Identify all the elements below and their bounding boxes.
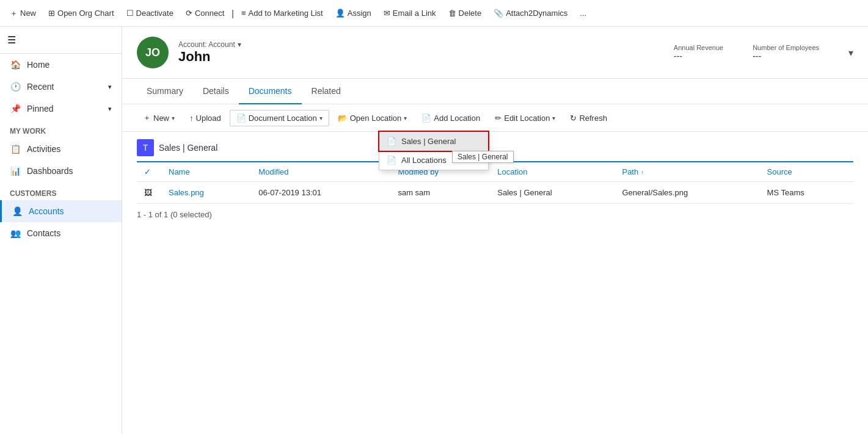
modified-column-header[interactable]: Modified [251,162,390,182]
doc-new-button[interactable]: ＋ New ▾ [137,109,181,126]
document-table: ✓ Name Modified Modified by Location [137,161,853,204]
my-work-section-label: My Work [0,120,122,138]
avatar: JO [137,37,169,68]
deactivate-button[interactable]: ☐ Deactivate [122,6,178,20]
doc-file-icon: 📄 [387,137,396,146]
add-location-icon: 📄 [421,114,431,123]
contacts-icon: 👥 [10,228,21,238]
expand-icon: ▾ [848,48,853,58]
tabs-bar: Summary Details Documents Related [122,79,868,104]
customers-section-label: Customers [0,182,122,200]
file-name-cell: Sales.png [161,182,251,204]
home-icon: 🏠 [10,60,21,70]
edit-location-chevron-icon: ▾ [552,115,555,121]
delete-button[interactable]: 🗑 Delete [443,6,487,20]
attach-icon: 📎 [494,9,503,18]
file-name-link[interactable]: Sales.png [169,188,204,197]
sidebar-item-accounts-label: Accounts [29,206,64,216]
open-location-button[interactable]: 📂 Open Location ▾ [332,110,414,126]
source-cell: MS Teams [760,182,853,204]
path-column-header[interactable]: Path ↑ [615,162,759,182]
sidebar-item-dashboards-label: Dashboards [27,166,73,176]
sidebar-item-recent[interactable]: 🕐 Recent ▾ [0,76,122,98]
email-link-button[interactable]: ✉ Email a Link [379,6,441,20]
recent-chevron-icon: ▾ [108,83,112,91]
sidebar-item-contacts-label: Contacts [27,228,60,238]
sales-general-tooltip: Sales | General [452,151,514,163]
expand-button[interactable]: ▾ [848,44,853,61]
top-toolbar: ＋ New ⊞ Open Org Chart ☐ Deactivate ⟳ Co… [0,0,868,27]
entity-name: John [178,49,664,65]
connect-button[interactable]: ⟳ Connect [181,6,229,20]
edit-location-button[interactable]: ✏ Edit Location ▾ [489,110,561,126]
row-file-icon: 🖼 [144,188,152,197]
path-sort-icon: ↑ [641,169,644,176]
pinned-icon: 📌 [10,104,21,114]
location-column-header[interactable]: Location [490,162,615,182]
doc-section-title: Sales | General [159,143,217,153]
new-button[interactable]: ＋ New [5,5,41,21]
doc-location-icon: 📄 [236,114,246,123]
annual-revenue-field: Annual Revenue --- [674,44,723,61]
source-column-header[interactable]: Source [760,162,853,182]
sidebar-item-activities-label: Activities [27,144,60,154]
dashboards-icon: 📊 [10,166,21,176]
org-chart-icon: ⊞ [48,9,55,18]
marketing-icon: ≡ [241,9,246,18]
table-header-row: ✓ Name Modified Modified by Location [137,162,853,182]
location-cell: Sales | General [490,182,615,204]
deactivate-icon: ☐ [126,9,134,18]
sidebar-item-home-label: Home [27,60,49,70]
sidebar-item-contacts[interactable]: 👥 Contacts [0,222,122,244]
account-chevron-icon: ▾ [238,40,241,49]
row-checkbox[interactable]: 🖼 [137,182,161,204]
tab-details[interactable]: Details [193,79,239,104]
doc-new-chevron-icon: ▾ [172,115,175,121]
assign-icon: 👤 [335,9,345,18]
refresh-button[interactable]: ↻ Refresh [564,110,613,126]
tab-summary[interactable]: Summary [137,79,193,104]
check-icon: ✓ [144,167,151,176]
tab-documents[interactable]: Documents [239,79,302,104]
sidebar-item-home[interactable]: 🏠 Home [0,54,122,76]
dropdown-item-sales-general[interactable]: 📄 Sales | General [379,132,488,151]
checkbox-header[interactable]: ✓ [137,162,161,182]
edit-location-icon: ✏ [495,114,501,123]
entity-fields: Annual Revenue --- Number of Employees -… [674,44,853,61]
sidebar-item-recent-label: Recent [27,82,54,92]
upload-icon: ↑ [189,114,194,123]
recent-icon: 🕐 [10,82,21,92]
path-cell: General/Sales.png [615,182,759,204]
more-button[interactable]: ... [575,6,591,20]
modified-by-cell: sam sam [390,182,490,204]
main-layout: ☰ 🏠 Home 🕐 Recent ▾ 📌 Pinned ▾ My Work 📋… [0,27,868,434]
add-to-marketing-list-button[interactable]: ≡ Add to Marketing List [236,6,328,20]
entity-info: Account: Account ▾ John [178,40,664,65]
sidebar-item-pinned-label: Pinned [27,104,54,114]
employees-field: Number of Employees --- [753,44,819,61]
table-row: 🖼 Sales.png 06-07-2019 13:01 sam sam Sal… [137,182,853,204]
entity-account: Account: Account ▾ [178,40,664,49]
sidebar-item-dashboards[interactable]: 📊 Dashboards [0,160,122,182]
sidebar: ☰ 🏠 Home 🕐 Recent ▾ 📌 Pinned ▾ My Work 📋… [0,27,122,434]
document-content: T Sales | General ✓ Name Modified [122,132,868,434]
accounts-icon: 👤 [12,206,23,216]
open-location-icon: 📂 [338,114,348,123]
teams-icon: T [137,139,154,156]
doc-plus-icon: ＋ [143,112,151,123]
document-location-button[interactable]: 📄 Document Location ▾ [230,110,329,126]
open-location-chevron-icon: ▾ [404,115,407,121]
attach2dynamics-button[interactable]: 📎 Attach2Dynamics [489,6,572,20]
name-column-header[interactable]: Name [161,162,251,182]
tab-related[interactable]: Related [302,79,351,104]
entity-header: JO Account: Account ▾ John Annual Revenu… [122,27,868,79]
upload-button[interactable]: ↑ Upload [183,110,227,126]
sidebar-item-accounts[interactable]: 👤 Accounts [0,200,122,222]
open-org-chart-button[interactable]: ⊞ Open Org Chart [43,6,119,20]
sidebar-item-pinned[interactable]: 📌 Pinned ▾ [0,98,122,120]
sidebar-item-activities[interactable]: 📋 Activities [0,138,122,160]
delete-icon: 🗑 [448,9,456,18]
add-location-button[interactable]: 📄 Add Location [415,110,486,126]
assign-button[interactable]: 👤 Assign [330,6,376,20]
hamburger-button[interactable]: ☰ [5,32,18,48]
